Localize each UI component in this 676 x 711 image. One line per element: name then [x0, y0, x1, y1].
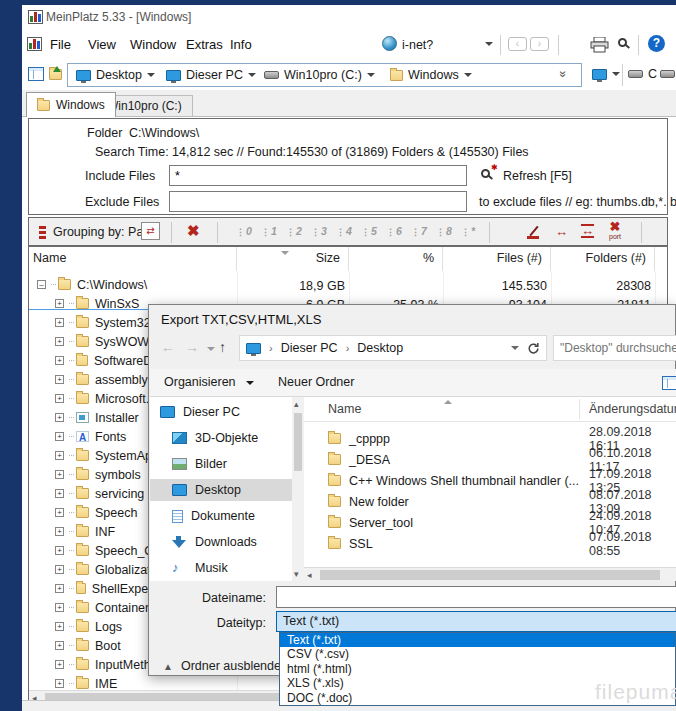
expand-icon[interactable]	[55, 527, 64, 536]
expand-icon[interactable]	[55, 546, 64, 555]
combo-desktop[interactable]: Desktop	[76, 68, 155, 82]
menu-info[interactable]: Info	[230, 37, 252, 52]
level-2-icon[interactable]: 2	[286, 225, 302, 237]
expand-icon[interactable]	[55, 318, 64, 327]
chevron-double-icon[interactable]: »	[556, 71, 570, 78]
nav-desktop[interactable]: Desktop	[150, 479, 292, 501]
forward-page-icon[interactable]: ›	[530, 37, 549, 51]
level-7-icon[interactable]: 7	[411, 225, 427, 237]
address-caret-icon[interactable]	[511, 346, 519, 350]
inet-combo[interactable]: i-net?	[402, 38, 433, 52]
expand-icon[interactable]	[55, 394, 64, 403]
nav-dieser-pc[interactable]: Dieser PC	[150, 401, 292, 423]
breadcrumb-desktop[interactable]: Desktop	[357, 341, 403, 355]
col-header-size[interactable]: Size	[237, 247, 349, 271]
combo-drive[interactable]: Win10pro (C:)	[264, 68, 375, 82]
expand-icon[interactable]	[55, 565, 64, 574]
refresh-icon[interactable]	[527, 342, 540, 355]
expand-icon[interactable]	[55, 508, 64, 517]
monitor-dropdown-icon[interactable]	[592, 69, 607, 80]
col-date[interactable]: Änderungsdatum	[589, 402, 676, 416]
new-folder-button[interactable]: Neuer Ordner	[278, 375, 354, 389]
filetype-option[interactable]: Text (*.txt)	[280, 633, 675, 647]
horizontal-scrollbar[interactable]: ◂	[304, 567, 676, 581]
expand-icon[interactable]	[55, 432, 64, 441]
expand-icon[interactable]	[55, 375, 64, 384]
scrollbar-thumb[interactable]	[294, 413, 302, 471]
col-header-percent[interactable]: %	[349, 247, 443, 271]
expand-columns-icon[interactable]: ↔	[581, 224, 594, 238]
export-icon[interactable]: ✖port	[609, 222, 621, 242]
menu-extras[interactable]: Extras	[186, 37, 223, 52]
expand-icon[interactable]	[55, 356, 64, 365]
drive-d-icon[interactable]	[660, 70, 675, 78]
search-icon[interactable]	[618, 38, 627, 47]
nav-musik[interactable]: ♪Musik	[150, 557, 292, 579]
level-0-icon[interactable]: 0	[236, 225, 252, 237]
refresh-doc-icon[interactable]: ⇄	[141, 222, 160, 240]
scroll-down-icon[interactable]: ▾	[294, 569, 299, 579]
menu-file[interactable]: File	[50, 37, 71, 52]
drive-c-label[interactable]: C	[648, 67, 657, 81]
filename-input[interactable]	[276, 586, 676, 608]
level-3-icon[interactable]: 3	[311, 225, 327, 237]
combo-folder[interactable]: Windows	[390, 68, 472, 82]
tab-windows[interactable]: Windows	[26, 92, 116, 117]
expand-icon[interactable]	[55, 679, 64, 688]
expand-icon[interactable]	[55, 603, 64, 612]
col-header-files[interactable]: Files (#)	[443, 247, 551, 271]
forward-arrow-icon[interactable]: →	[185, 339, 199, 355]
drive-c-icon[interactable]	[628, 70, 643, 78]
swap-columns-icon[interactable]: ↔	[555, 224, 568, 239]
back-arrow-icon[interactable]: ←	[161, 339, 175, 355]
search-input[interactable]	[553, 335, 676, 361]
address-bar[interactable]: › Dieser PC › Desktop	[239, 335, 547, 361]
level-8-icon[interactable]: 8	[436, 225, 452, 237]
scrollbar-thumb[interactable]	[320, 570, 660, 580]
col-header-folders[interactable]: Folders (#)	[551, 247, 655, 271]
app-icon-small[interactable]	[27, 37, 42, 51]
monitor-caret-icon[interactable]	[612, 72, 620, 76]
level-5-icon[interactable]: 5	[361, 225, 377, 237]
nav-3d-objekte[interactable]: 3D-Objekte	[150, 427, 292, 449]
exclude-files-input[interactable]	[169, 191, 467, 212]
breadcrumb-dieser-pc[interactable]: Dieser PC	[281, 341, 338, 355]
expand-icon[interactable]	[55, 641, 64, 650]
expand-icon[interactable]	[55, 489, 64, 498]
help-icon[interactable]: ?	[648, 35, 665, 52]
include-files-input[interactable]	[169, 165, 467, 186]
nav-bilder[interactable]: Bilder	[150, 453, 292, 475]
expand-icon[interactable]	[55, 470, 64, 479]
inet-caret-icon[interactable]	[485, 42, 493, 46]
vertical-scrollbar[interactable]: ▴ ▾	[292, 397, 304, 581]
clear-x-icon[interactable]: ✖	[187, 222, 200, 240]
printer-icon[interactable]	[590, 37, 609, 53]
menu-view[interactable]: View	[88, 37, 116, 52]
expand-icon[interactable]	[55, 451, 64, 460]
folder-up-icon[interactable]	[49, 69, 62, 80]
combo-dieser-pc[interactable]: Dieser PC	[166, 68, 256, 82]
refresh-label[interactable]: Refresh [F5]	[503, 169, 572, 183]
wand-icon[interactable]	[527, 225, 543, 239]
history-caret-icon[interactable]	[207, 347, 215, 351]
back-page-icon[interactable]: ‹	[508, 37, 527, 51]
menu-window[interactable]: Window	[130, 37, 176, 52]
col-name[interactable]: Name	[328, 402, 361, 416]
filetype-combo[interactable]: Text (*.txt)	[276, 611, 676, 632]
scroll-left-icon[interactable]: ◂	[307, 570, 312, 580]
expand-icon[interactable]	[55, 660, 64, 669]
expand-icon[interactable]	[55, 584, 64, 593]
filetype-option[interactable]: html (*.html)	[280, 662, 675, 676]
level-4-icon[interactable]: 4	[336, 225, 352, 237]
level-6-icon[interactable]: 6	[386, 225, 402, 237]
level-1-icon[interactable]: 1	[261, 225, 277, 237]
expand-icon[interactable]	[55, 622, 64, 631]
level-all-icon[interactable]: *	[461, 225, 475, 237]
col-header-name[interactable]: Name	[29, 247, 237, 271]
expand-icon[interactable]	[55, 413, 64, 422]
nav-dokumente[interactable]: Dokumente	[150, 505, 292, 527]
hide-folders-button[interactable]: ▲Ordner ausblenden	[163, 659, 288, 673]
view-options-icon[interactable]	[662, 376, 676, 390]
refresh-search-icon[interactable]	[481, 169, 490, 178]
file-row[interactable]: SSL07.09.2018 08:55	[304, 533, 676, 554]
